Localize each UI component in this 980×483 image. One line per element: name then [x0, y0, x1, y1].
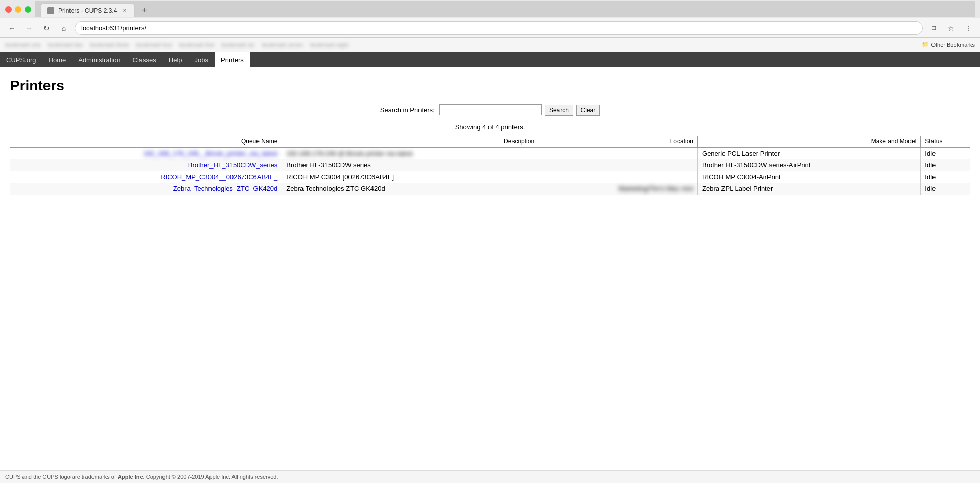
col-location: Location	[539, 136, 698, 148]
page-title: Printers	[10, 78, 970, 94]
cell-status: Idle	[921, 171, 970, 183]
table-row: Brother_HL_3150CDW_seriesBrother HL-3150…	[10, 159, 970, 171]
printers-tbody: 192_168_178_246__Brook_printer_via_lates…	[10, 147, 970, 195]
printers-table: Queue Name Description Location Make and…	[10, 136, 970, 195]
search-button[interactable]: Search	[545, 105, 573, 116]
tab-title: Printers - CUPS 2.3.4	[58, 7, 117, 14]
home-button[interactable]: ⌂	[57, 21, 71, 35]
cell-status: Idle	[921, 183, 970, 195]
col-make-model: Make and Model	[698, 136, 921, 148]
search-input[interactable]	[439, 104, 542, 115]
bookmark-8[interactable]: bookmark eight	[310, 42, 348, 48]
cell-status: Idle	[921, 147, 970, 159]
tab-favicon	[47, 7, 54, 14]
cell-make-model: RICOH MP C3004-AirPrint	[698, 171, 921, 183]
bookmark-4[interactable]: bookmark four	[136, 42, 172, 48]
cell-make-model: Generic PCL Laser Printer	[698, 147, 921, 159]
extensions-button[interactable]: ⊞	[927, 21, 940, 35]
showing-text: Showing 4 of 4 printers.	[10, 123, 970, 131]
bookmark-5[interactable]: bookmark five	[179, 42, 214, 48]
cell-location	[539, 171, 698, 183]
bookmark-2[interactable]: bookmark two	[48, 42, 83, 48]
col-description: Description	[282, 136, 539, 148]
nav-cups-org[interactable]: CUPS.org	[0, 52, 42, 67]
minimize-button[interactable]	[15, 6, 21, 13]
col-status: Status	[921, 136, 970, 148]
maximize-button[interactable]	[25, 6, 31, 13]
cell-description: 192.168.178.246 @ Brook printer via late…	[282, 147, 539, 159]
address-bar-row: ← → ↻ ⌂ ⊞ ☆ ⋮	[0, 18, 980, 38]
cell-queue-name: Zebra_Technologies_ZTC_GK420d	[10, 183, 282, 195]
printer-link[interactable]: RICOH_MP_C3004__002673C6AB4E_	[160, 173, 277, 181]
cell-description: RICOH MP C3004 [002673C6AB4E]	[282, 171, 539, 183]
col-queue-name: Queue Name	[10, 136, 282, 148]
table-row: 192_168_178_246__Brook_printer_via_lates…	[10, 147, 970, 159]
nav-classes[interactable]: Classes	[127, 52, 162, 67]
bookmarks-bar: bookmark one bookmark two bookmark three…	[0, 38, 980, 52]
cell-queue-name: 192_168_178_246__Brook_printer_via_lates…	[10, 147, 282, 159]
search-bar: Search in Printers: Search Clear	[10, 104, 970, 116]
cell-status: Idle	[921, 159, 970, 171]
tab-bar: Printers - CUPS 2.3.4 ✕ +	[35, 1, 975, 17]
table-row: Zebra_Technologies_ZTC_GK420dZebra Techn…	[10, 183, 970, 195]
cell-description: Zebra Technologies ZTC GK420d	[282, 183, 539, 195]
other-bookmarks[interactable]: 📁 Other Bookmarks	[922, 41, 975, 48]
cell-queue-name: RICOH_MP_C3004__002673C6AB4E_	[10, 171, 282, 183]
favorites-button[interactable]: ☆	[944, 21, 958, 35]
table-header-row: Queue Name Description Location Make and…	[10, 136, 970, 148]
bookmark-7[interactable]: bookmark seven	[262, 42, 303, 48]
back-button[interactable]: ←	[5, 21, 18, 35]
titlebar: Printers - CUPS 2.3.4 ✕ +	[0, 0, 980, 18]
printer-link[interactable]: 192_168_178_246__Brook_printer_via_lates…	[143, 150, 277, 157]
bookmark-1[interactable]: bookmark one	[5, 42, 41, 48]
cell-make-model: Brother HL-3150CDW series-AirPrint	[698, 159, 921, 171]
table-row: RICOH_MP_C3004__002673C6AB4E_RICOH MP C3…	[10, 171, 970, 183]
nav-administration[interactable]: Administration	[72, 52, 126, 67]
refresh-button[interactable]: ↻	[40, 21, 53, 35]
main-content: Printers Search in Printers: Search Clea…	[0, 67, 980, 348]
nav-jobs[interactable]: Jobs	[189, 52, 215, 67]
other-bookmarks-label: Other Bookmarks	[931, 42, 975, 48]
bookmark-3[interactable]: bookmark three	[90, 42, 129, 48]
cell-make-model: Zebra ZPL Label Printer	[698, 183, 921, 195]
printer-link[interactable]: Zebra_Technologies_ZTC_GK420d	[173, 185, 278, 192]
bookmark-6[interactable]: bookmark six	[221, 42, 254, 48]
forward-button[interactable]: →	[22, 21, 36, 35]
cell-queue-name: Brother_HL_3150CDW_series	[10, 159, 282, 171]
browser-chrome: Printers - CUPS 2.3.4 ✕ + ← → ↻ ⌂ ⊞ ☆ ⋮ …	[0, 0, 980, 52]
search-label: Search in Printers:	[380, 106, 435, 114]
cups-nav: CUPS.org Home Administration Classes Hel…	[0, 52, 980, 67]
menu-button[interactable]: ⋮	[962, 21, 975, 35]
nav-help[interactable]: Help	[162, 52, 189, 67]
cell-location	[539, 159, 698, 171]
cell-location: Marketing/Tim's Mac mini	[539, 183, 698, 195]
active-tab[interactable]: Printers - CUPS 2.3.4 ✕	[40, 3, 135, 17]
tab-close-icon[interactable]: ✕	[121, 7, 128, 14]
new-tab-button[interactable]: +	[137, 3, 151, 17]
close-button[interactable]	[5, 6, 12, 13]
cell-description: Brother HL-3150CDW series	[282, 159, 539, 171]
nav-home[interactable]: Home	[42, 52, 73, 67]
nav-printers[interactable]: Printers	[215, 52, 250, 67]
cell-location	[539, 147, 698, 159]
clear-button[interactable]: Clear	[576, 105, 600, 116]
window-controls	[5, 6, 31, 13]
printer-link[interactable]: Brother_HL_3150CDW_series	[188, 161, 278, 169]
address-input[interactable]	[75, 21, 923, 35]
